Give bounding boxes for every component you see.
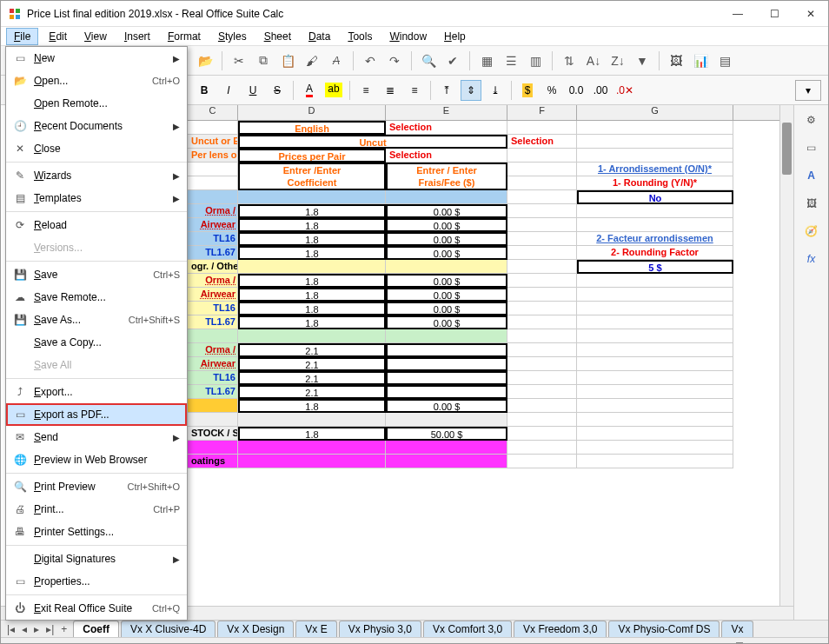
cell: Selection (386, 149, 507, 163)
sheet-tab[interactable]: Vx Comfort 3,0 (423, 621, 512, 637)
menu-item-open-remote-[interactable]: Open Remote... (6, 92, 187, 115)
sheet-tab[interactable]: Vx E (295, 621, 336, 637)
filter-icon[interactable]: ▼ (633, 51, 652, 70)
tab-prev-button[interactable]: ◂ (19, 623, 30, 635)
menu-item-digital-signatures[interactable]: Digital Signatures▶ (6, 548, 187, 570)
menu-view[interactable]: View (77, 29, 114, 44)
paste-icon[interactable]: 📋 (278, 51, 297, 70)
valign-top-button[interactable]: ⤒ (436, 80, 457, 101)
sort-icon[interactable]: ⇅ (560, 51, 579, 70)
row-icon[interactable]: ☰ (501, 51, 521, 70)
image-icon[interactable]: 🖼 (667, 51, 686, 70)
menu-item-print-preview[interactable]: 🔍Print PreviewCtrl+Shift+O (6, 475, 187, 498)
vertical-scrollbar[interactable] (779, 105, 793, 620)
copy-icon[interactable]: ⧉ (254, 51, 273, 70)
menu-item-export-as-pdf-[interactable]: ▭Export as PDF... (6, 403, 187, 426)
col-icon[interactable]: ▥ (526, 51, 545, 70)
find-icon[interactable]: 🔍 (419, 51, 438, 70)
menu-item-new[interactable]: ▭New▶ (6, 47, 187, 70)
sheet-tab[interactable]: Vx Physio-Comf DS (608, 621, 720, 637)
brush-icon[interactable]: 🖌 (302, 51, 322, 70)
open-icon[interactable]: 📂 (196, 51, 215, 70)
underline-button[interactable]: U (242, 80, 263, 101)
menu-item-properties-[interactable]: ▭Properties... (6, 570, 187, 593)
menu-item-open-[interactable]: 📂Open...Ctrl+O (6, 70, 187, 92)
style-dropdown[interactable]: ▾ (795, 80, 821, 101)
functions-icon[interactable]: fx (802, 249, 821, 269)
dec-dec-button[interactable]: .0✕ (614, 80, 635, 101)
sheet-tab[interactable]: Vx X Design (217, 621, 294, 637)
tab-add-button[interactable]: + (58, 623, 70, 635)
menu-styles[interactable]: Styles (211, 29, 254, 44)
language-indicator[interactable]: English (USA) (217, 641, 282, 645)
chart-icon[interactable]: 📊 (691, 51, 710, 70)
menu-item-exit-real-office-suite[interactable]: ⏻Exit Real Office SuiteCtrl+Q (6, 597, 187, 620)
pivot-icon[interactable]: ▤ (715, 51, 734, 70)
cut-icon[interactable]: ✂ (229, 51, 249, 70)
spreadsheet-grid[interactable]: CDEFGEnglishSelectionUncut or E/MUncutSe… (188, 105, 785, 620)
cell: No (577, 190, 733, 204)
sort-desc-icon[interactable]: Z↓ (608, 51, 627, 70)
menu-item-wizards[interactable]: ✎Wizards▶ (6, 164, 187, 187)
sheet-tab[interactable]: Vx X Clusive-4D (121, 621, 216, 637)
sheet-tab[interactable]: Vx Freedom 3,0 (514, 621, 607, 637)
properties-icon[interactable]: ⚙ (802, 110, 821, 129)
tab-last-button[interactable]: ▸| (43, 623, 56, 635)
italic-button[interactable]: I (218, 80, 239, 101)
menu-item-templates[interactable]: ▤Templates▶ (6, 187, 187, 209)
minimize-button[interactable]: — (727, 8, 748, 20)
zoom-slider[interactable]: −+ 100% (685, 641, 821, 645)
menu-item-close[interactable]: ✕Close (6, 137, 187, 160)
styles-icon[interactable]: A (802, 166, 821, 185)
menu-item-save-a-copy-[interactable]: Save a Copy... (6, 331, 187, 354)
menu-item-export-[interactable]: ⤴Export... (6, 381, 187, 403)
sheet-tab[interactable]: Vx Physio 3,0 (339, 621, 421, 637)
menu-item-print-[interactable]: 🖨Print...Ctrl+P (6, 498, 187, 521)
menu-insert[interactable]: Insert (117, 29, 157, 44)
menu-help[interactable]: Help (437, 29, 473, 44)
menu-item-preview-in-web-browser[interactable]: 🌐Preview in Web Browser (6, 448, 187, 471)
sheet-tab[interactable]: Coeff (73, 621, 119, 637)
sort-asc-icon[interactable]: A↓ (584, 51, 603, 70)
highlight-button[interactable]: ab (323, 80, 344, 101)
valign-bot-button[interactable]: ⤓ (485, 80, 506, 101)
bold-button[interactable]: B (194, 80, 215, 101)
align-right-button[interactable]: ≡ (404, 80, 425, 101)
clear-format-icon[interactable]: A (327, 51, 346, 70)
grid-icon[interactable]: ▦ (477, 51, 496, 70)
menu-item-reload[interactable]: ⟳Reload (6, 214, 187, 236)
menu-item-save-as-[interactable]: 💾Save As...Ctrl+Shift+S (6, 309, 187, 331)
align-left-button[interactable]: ≡ (355, 80, 376, 101)
menu-item-recent-documents[interactable]: 🕘Recent Documents▶ (6, 115, 187, 137)
menu-tools[interactable]: Tools (341, 29, 379, 44)
menu-item-printer-settings-[interactable]: 🖶Printer Settings... (6, 521, 187, 543)
menu-item-send[interactable]: ✉Send▶ (6, 426, 187, 448)
menu-data[interactable]: Data (302, 29, 337, 44)
valign-mid-button[interactable]: ⇕ (461, 80, 481, 101)
font-color-button[interactable]: A (299, 80, 320, 101)
menu-item-save-remote-[interactable]: ☁Save Remote... (6, 286, 187, 309)
maximize-button[interactable]: ☐ (764, 8, 785, 20)
inc-dec-button[interactable]: .00 (590, 80, 611, 101)
currency-button[interactable]: $ (517, 80, 538, 101)
menu-edit[interactable]: Edit (42, 29, 74, 44)
align-center-button[interactable]: ≣ (380, 80, 401, 101)
menu-sheet[interactable]: Sheet (257, 29, 298, 44)
menu-window[interactable]: Window (382, 29, 434, 44)
menu-item-save[interactable]: 💾SaveCtrl+S (6, 263, 187, 286)
gallery-icon[interactable]: 🖼 (802, 194, 821, 213)
navigator-icon[interactable]: 🧭 (802, 222, 821, 241)
menu-format[interactable]: Format (161, 29, 208, 44)
spell-icon[interactable]: ✔ (443, 51, 462, 70)
percent-button[interactable]: % (541, 80, 562, 101)
menu-file[interactable]: File (6, 28, 38, 45)
tab-next-button[interactable]: ▸ (31, 623, 42, 635)
redo-icon[interactable]: ↷ (385, 51, 404, 70)
tab-first-button[interactable]: |◂ (4, 623, 17, 635)
undo-icon[interactable]: ↶ (361, 51, 380, 70)
sheet-tab[interactable]: Vx (721, 621, 753, 637)
number-button[interactable]: 0.0 (566, 80, 587, 101)
slide-icon[interactable]: ▭ (802, 138, 821, 157)
close-button[interactable]: ✕ (800, 8, 821, 20)
strike-button[interactable]: S (267, 80, 288, 101)
